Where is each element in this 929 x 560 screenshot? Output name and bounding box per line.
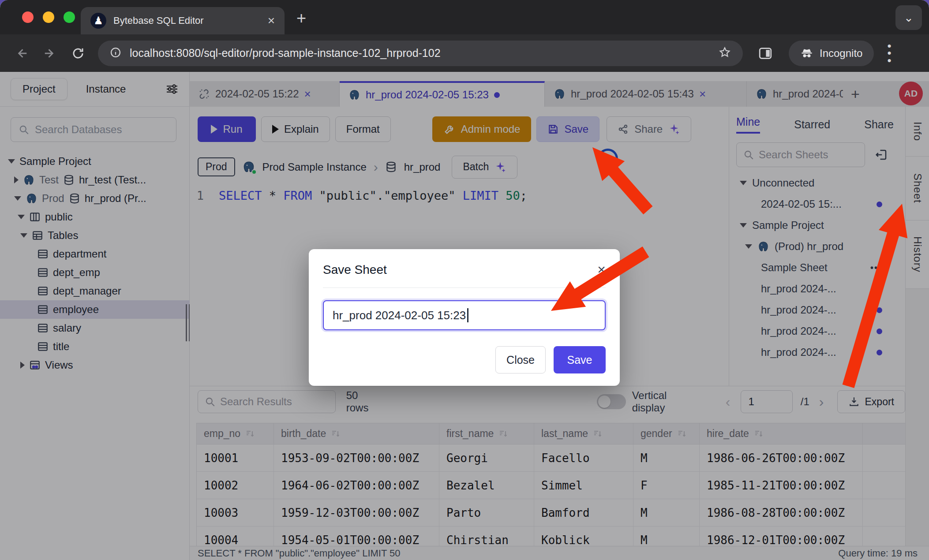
browser-tab-strip: ♟ Bytebase SQL Editor × + ⌄ [0,0,929,34]
browser-menu-icon[interactable]: ••• [887,42,891,63]
back-icon[interactable] [15,47,28,60]
browser-navbar: localhost:8080/sql-editor/prod-sample-in… [0,34,929,72]
save-sheet-dialog: Save Sheet × hr_prod 2024-02-05 15:23 Cl… [309,249,620,386]
window-zoom-button[interactable] [64,11,75,23]
browser-window: ♟ Bytebase SQL Editor × + ⌄ localhost:80… [0,0,929,560]
bookmark-star-icon[interactable] [718,46,731,61]
incognito-icon [800,47,813,60]
tab-search-chevron-button[interactable]: ⌄ [895,5,922,30]
site-info-icon[interactable] [109,46,122,60]
dialog-title: Save Sheet [323,263,387,277]
address-bar[interactable]: localhost:8080/sql-editor/prod-sample-in… [98,41,743,66]
window-close-button[interactable] [22,11,34,23]
incognito-badge: Incognito [789,41,874,66]
incognito-label: Incognito [820,47,862,60]
browser-tab-title: Bytebase SQL Editor [113,15,261,26]
close-button[interactable]: Close [495,346,546,373]
url-text[interactable]: localhost:8080/sql-editor/prod-sample-in… [130,47,710,60]
browser-tab[interactable]: ♟ Bytebase SQL Editor × [81,7,285,34]
close-tab-icon[interactable]: × [268,14,275,28]
close-dialog-icon[interactable]: × [597,261,606,278]
side-panel-icon[interactable] [758,46,773,61]
reload-icon[interactable] [71,47,85,60]
dialog-save-button[interactable]: Save [554,346,606,373]
sheet-name-input[interactable]: hr_prod 2024-02-05 15:23 [323,300,606,330]
dialog-divider [323,287,606,288]
sheet-name-value: hr_prod 2024-02-05 15:23 [333,309,466,322]
new-tab-button[interactable]: + [296,10,306,26]
forward-icon[interactable] [43,47,56,60]
window-minimize-button[interactable] [43,11,54,23]
text-cursor [467,308,468,322]
bytebase-favicon-icon: ♟ [90,13,106,29]
